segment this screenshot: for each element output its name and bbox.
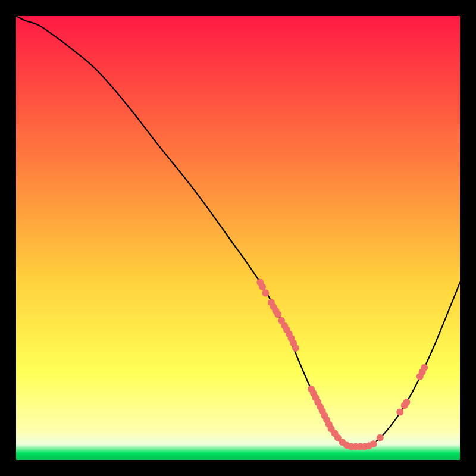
- frame-border: [0, 0, 476, 16]
- frame-border: [0, 0, 16, 476]
- chart-container: TheBottleneck.com: [0, 0, 476, 476]
- frame-border: [460, 0, 476, 476]
- frame-border: [0, 460, 476, 476]
- gradient-background: [16, 16, 460, 460]
